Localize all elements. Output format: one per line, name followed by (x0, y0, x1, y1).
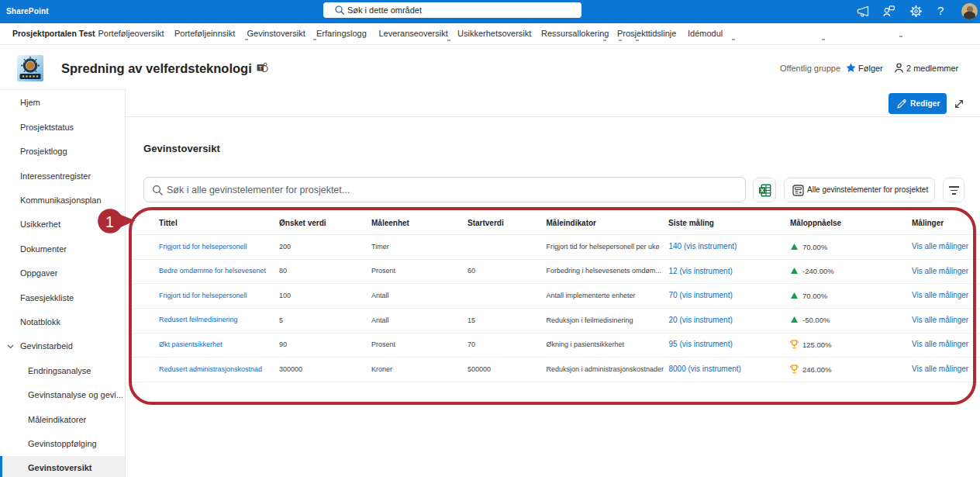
svg-text:X: X (760, 187, 764, 194)
svg-text:T: T (259, 64, 263, 71)
svg-text:1: 1 (105, 213, 114, 230)
